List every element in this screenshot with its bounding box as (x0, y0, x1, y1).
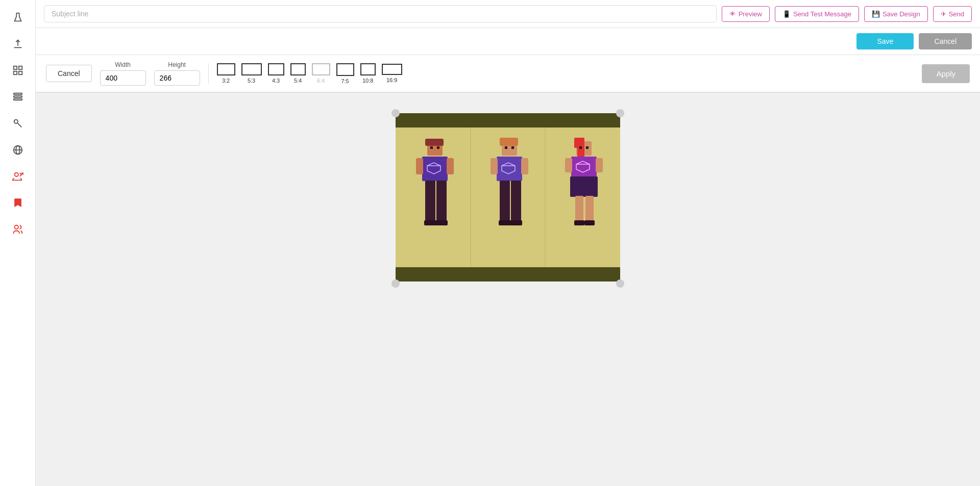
canvas-area (36, 93, 980, 486)
svg-rect-34 (500, 138, 518, 146)
svg-rect-31 (424, 220, 436, 225)
save-toolbar: Save Cancel (36, 28, 980, 55)
image-container (396, 113, 620, 284)
svg-rect-49 (586, 146, 589, 149)
controls-row: Cancel Width Height 3:25:34:35:46:47:510… (36, 55, 980, 93)
width-input[interactable] (100, 70, 146, 86)
dimensions-wrapper: Width Height (100, 61, 200, 86)
svg-rect-2 (13, 71, 16, 74)
width-group: Width (100, 61, 146, 86)
sidebar-item-globe[interactable] (7, 139, 29, 161)
ratio-item-10-8[interactable]: 10:8 (360, 63, 376, 84)
svg-rect-0 (13, 66, 16, 69)
svg-rect-40 (521, 158, 528, 174)
svg-rect-37 (497, 157, 522, 181)
svg-rect-55 (575, 196, 583, 221)
svg-point-14 (14, 225, 18, 229)
handle-bottom-right[interactable] (616, 279, 624, 288)
ratio-options: 3:25:34:35:46:47:510:816:9 (217, 63, 402, 84)
sidebar-item-bookmark[interactable] (7, 192, 29, 214)
subject-input[interactable] (44, 5, 717, 22)
svg-rect-4 (13, 93, 22, 95)
separator (208, 63, 209, 84)
ratio-item-5-3[interactable]: 5:3 (241, 63, 262, 84)
svg-rect-54 (570, 176, 598, 197)
sidebar-item-key[interactable] (7, 112, 29, 135)
ratio-item-16-9[interactable]: 16:9 (382, 64, 402, 83)
svg-rect-1 (18, 66, 21, 69)
svg-rect-3 (18, 71, 21, 74)
save-icon: 💾 (872, 10, 880, 18)
svg-point-11 (14, 173, 18, 176)
save-design-button[interactable]: 💾 Save Design (864, 6, 928, 22)
width-label: Width (100, 61, 146, 68)
svg-point-7 (14, 120, 17, 123)
svg-rect-28 (447, 158, 454, 174)
svg-rect-16 (396, 113, 620, 127)
svg-rect-42 (511, 181, 521, 221)
height-group: Height (154, 61, 200, 86)
eye-icon: 👁 (729, 10, 736, 18)
svg-rect-48 (579, 146, 582, 149)
ratio-item-5-4[interactable]: 5:4 (290, 63, 306, 84)
cancel-gray-button[interactable]: Cancel (919, 33, 972, 49)
height-label: Height (154, 61, 200, 68)
svg-rect-24 (437, 146, 439, 149)
pixel-art-image (396, 113, 620, 282)
preview-button[interactable]: 👁 Preview (722, 6, 770, 22)
apply-button[interactable]: Apply (922, 64, 970, 83)
send-icon: ✈ (941, 10, 946, 18)
ratio-item-6-4[interactable]: 6:4 (312, 63, 330, 84)
topbar: 👁 Preview 📱 Send Test Message 💾 Save Des… (36, 0, 980, 28)
svg-rect-23 (430, 146, 433, 149)
svg-rect-43 (499, 220, 511, 225)
svg-rect-53 (596, 158, 603, 172)
ratio-item-4-3[interactable]: 4:3 (268, 63, 284, 84)
cancel-white-button[interactable]: Cancel (46, 65, 92, 82)
handle-bottom-left[interactable] (391, 279, 400, 288)
svg-rect-6 (13, 99, 22, 100)
send-button[interactable]: ✈ Send (933, 6, 972, 22)
sidebar-item-fields[interactable] (7, 86, 29, 108)
svg-rect-22 (425, 139, 444, 146)
send-test-button[interactable]: 📱 Send Test Message (775, 6, 859, 22)
mobile-icon: 📱 (782, 10, 791, 18)
sidebar-item-upload[interactable] (7, 33, 29, 55)
handle-top-right[interactable] (616, 109, 624, 117)
ratio-item-7-5[interactable]: 7:5 (336, 63, 354, 84)
svg-rect-25 (422, 157, 448, 181)
svg-rect-41 (500, 181, 510, 221)
svg-rect-17 (396, 267, 620, 282)
svg-rect-39 (491, 158, 498, 174)
sidebar-item-template[interactable] (7, 59, 29, 82)
svg-rect-50 (571, 157, 597, 177)
sidebar-item-flask[interactable] (7, 6, 29, 29)
save-button[interactable]: Save (856, 33, 914, 49)
svg-rect-27 (416, 158, 423, 174)
svg-rect-5 (13, 96, 22, 97)
sidebar-item-user-remove[interactable] (7, 165, 29, 188)
sidebar-item-users[interactable] (7, 218, 29, 241)
svg-rect-56 (585, 196, 594, 221)
ratio-item-3-2[interactable]: 3:2 (217, 63, 235, 84)
main-content: 👁 Preview 📱 Send Test Message 💾 Save Des… (36, 0, 980, 486)
svg-rect-44 (510, 220, 522, 225)
svg-rect-57 (574, 220, 584, 225)
svg-rect-30 (436, 181, 447, 221)
height-input[interactable] (154, 70, 200, 86)
svg-rect-58 (584, 220, 595, 225)
svg-rect-52 (565, 158, 572, 172)
svg-rect-36 (511, 146, 514, 149)
svg-rect-32 (435, 220, 448, 225)
svg-rect-35 (505, 146, 507, 149)
handle-top-left[interactable] (391, 109, 400, 117)
svg-rect-29 (425, 181, 435, 221)
sidebar (0, 0, 36, 486)
